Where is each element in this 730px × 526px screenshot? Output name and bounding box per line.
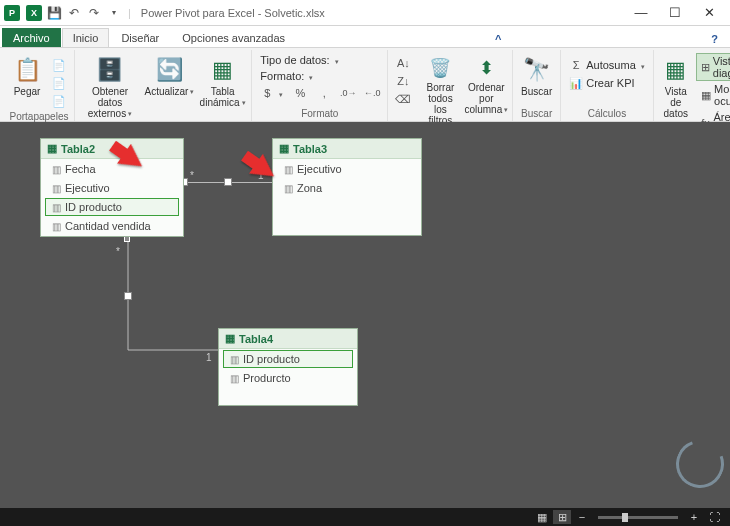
percent-button[interactable]: % bbox=[289, 84, 311, 102]
field-zona[interactable]: ▥Zona bbox=[277, 179, 417, 197]
field-ejecutivo[interactable]: ▥Ejecutivo bbox=[45, 179, 179, 197]
table-header-tabla4[interactable]: ▦Tabla4 bbox=[219, 329, 357, 349]
excel-icon[interactable]: X bbox=[26, 5, 42, 21]
rel-handle-2[interactable] bbox=[224, 178, 232, 186]
comma-button[interactable]: , bbox=[313, 84, 335, 102]
column-icon: ▥ bbox=[230, 373, 239, 384]
refresh-button[interactable]: 🔄 Actualizar bbox=[143, 52, 196, 100]
clear-sort-button[interactable]: ⌫ bbox=[392, 90, 414, 108]
field-producto[interactable]: ▥Produrcto bbox=[223, 369, 353, 387]
rel-label-one-2: 1 bbox=[206, 352, 212, 363]
paste-special-icon[interactable]: 📄 bbox=[48, 56, 70, 74]
field-id-producto-t4[interactable]: ▥ID producto bbox=[223, 350, 353, 368]
column-icon: ▥ bbox=[52, 221, 61, 232]
database-icon: 🗄️ bbox=[95, 55, 125, 85]
data-view-button[interactable]: ▦ Vista de datos bbox=[658, 52, 694, 122]
column-icon: ▥ bbox=[52, 183, 61, 194]
paste-button[interactable]: 📋 Pegar bbox=[8, 52, 46, 100]
refresh-icon: 🔄 bbox=[154, 55, 184, 85]
grid-icon: ▦ bbox=[661, 55, 691, 85]
paste-link-icon[interactable]: 📄 bbox=[48, 74, 70, 92]
get-data-button[interactable]: 🗄️ Obtener datos externos bbox=[79, 52, 141, 122]
title-separator: | bbox=[128, 7, 131, 19]
zoom-out-button[interactable]: − bbox=[573, 510, 591, 524]
clear-filter-icon: 🗑️ bbox=[427, 55, 453, 81]
group-clipboard: 📋 Pegar 📄 📄 📄 Portapapeles bbox=[4, 50, 75, 121]
tab-advanced[interactable]: Opciones avanzadas bbox=[171, 28, 296, 47]
column-icon: ▥ bbox=[230, 354, 239, 365]
table-node-tabla4[interactable]: ▦Tabla4 ▥ID producto ▥Produrcto bbox=[218, 328, 358, 406]
paste-icon: 📋 bbox=[12, 55, 42, 85]
sort-asc-button[interactable]: A↓ bbox=[392, 54, 414, 72]
table-icon: ▦ bbox=[47, 142, 57, 155]
ribbon-tabs: Archivo Inicio Diseñar Opciones avanzada… bbox=[0, 26, 730, 48]
sort-icon: ⬍ bbox=[473, 55, 499, 81]
binoculars-icon: 🔭 bbox=[522, 55, 552, 85]
close-button[interactable]: ✕ bbox=[692, 0, 726, 26]
tab-design[interactable]: Diseñar bbox=[110, 28, 170, 47]
field-cantidad-vendida[interactable]: ▥Cantidad vendida bbox=[45, 217, 179, 235]
watermark-logo bbox=[668, 432, 730, 496]
tab-home[interactable]: Inicio bbox=[62, 28, 110, 47]
tab-file[interactable]: Archivo bbox=[2, 28, 61, 47]
window-title: Power Pivot para Excel - Solvetic.xlsx bbox=[141, 7, 325, 19]
diagram-view-icon[interactable]: ⊞ bbox=[553, 510, 571, 524]
title-bar: P X 💾 ↶ ↷ ▾ | Power Pivot para Excel - S… bbox=[0, 0, 730, 26]
field-fecha[interactable]: ▥Fecha bbox=[45, 160, 179, 178]
status-bar: ▦ ⊞ − + ⛶ bbox=[0, 508, 730, 526]
diagram-view-button[interactable]: ⊞Vista de diagrama bbox=[696, 53, 730, 81]
save-icon[interactable]: 💾 bbox=[46, 5, 62, 21]
clear-filters-button[interactable]: 🗑️ Borrar todos los filtros bbox=[418, 52, 462, 129]
column-icon: ▥ bbox=[284, 183, 293, 194]
show-hidden-button[interactable]: ▦Mostrar oculto bbox=[696, 81, 730, 109]
decrease-decimal-button[interactable]: ←.0 bbox=[361, 84, 383, 102]
table-icon: ▦ bbox=[279, 142, 289, 155]
increase-decimal-button[interactable]: .0→ bbox=[337, 84, 359, 102]
zoom-slider[interactable] bbox=[598, 516, 678, 519]
rel-handle-3[interactable] bbox=[124, 292, 132, 300]
group-sort-filter: A↓ Z↓ ⌫ 🗑️ Borrar todos los filtros ⬍ Or… bbox=[388, 50, 513, 121]
undo-icon[interactable]: ↶ bbox=[66, 5, 82, 21]
group-find: 🔭 Buscar Buscar bbox=[513, 50, 561, 121]
find-button[interactable]: 🔭 Buscar bbox=[517, 52, 556, 100]
qat-dropdown-icon[interactable]: ▾ bbox=[106, 5, 122, 21]
rel-label-many: * bbox=[190, 170, 194, 181]
relationship-t2-t4[interactable] bbox=[110, 240, 230, 380]
sort-by-column-button[interactable]: ⬍ Ordenar por columna bbox=[465, 52, 509, 118]
format-dropdown[interactable]: Formato: bbox=[256, 68, 317, 84]
field-ejecutivo-t3[interactable]: ▥Ejecutivo bbox=[277, 160, 417, 178]
app-icon: P bbox=[4, 5, 20, 21]
datatype-dropdown[interactable]: Tipo de datos: bbox=[256, 52, 342, 68]
pivot-icon: ▦ bbox=[208, 55, 238, 85]
help-icon[interactable]: ? bbox=[707, 31, 722, 47]
rel-label-many-2: * bbox=[116, 246, 120, 257]
minimize-button[interactable]: — bbox=[624, 0, 658, 26]
group-view: ▦ Vista de datos ⊞Vista de diagrama ▦Mos… bbox=[654, 50, 730, 121]
ribbon: 📋 Pegar 📄 📄 📄 Portapapeles 🗄️ Obtener da… bbox=[0, 48, 730, 122]
table-node-tabla3[interactable]: ▦Tabla3 ▥Ejecutivo ▥Zona bbox=[272, 138, 422, 236]
column-icon: ▥ bbox=[284, 164, 293, 175]
group-external-data: 🗄️ Obtener datos externos 🔄 Actualizar ▦… bbox=[75, 50, 252, 121]
column-icon: ▥ bbox=[52, 164, 61, 175]
table-header-tabla3[interactable]: ▦Tabla3 bbox=[273, 139, 421, 159]
maximize-button[interactable]: ☐ bbox=[658, 0, 692, 26]
zoom-fit-button[interactable]: ⛶ bbox=[705, 510, 723, 524]
zoom-thumb[interactable] bbox=[622, 513, 628, 522]
autosum-button[interactable]: ΣAutosuma bbox=[565, 56, 649, 74]
sort-desc-button[interactable]: Z↓ bbox=[392, 72, 414, 90]
diagram-canvas[interactable]: * 1 * 1 ▦Tabla2 ▥Fecha ▥Ejecutivo ▥ID pr… bbox=[0, 122, 730, 508]
minimize-ribbon-icon[interactable]: ^ bbox=[491, 31, 505, 47]
create-kpi-button[interactable]: 📊Crear KPI bbox=[565, 74, 638, 92]
redo-icon[interactable]: ↷ bbox=[86, 5, 102, 21]
group-calculations: ΣAutosuma 📊Crear KPI Cálculos bbox=[561, 50, 654, 121]
copy-icon[interactable]: 📄 bbox=[48, 92, 70, 110]
group-format: Tipo de datos: Formato: $ % , .0→ ←.0 Fo… bbox=[252, 50, 388, 121]
pivot-table-button[interactable]: ▦ Tabla dinámica bbox=[198, 52, 247, 111]
field-id-producto[interactable]: ▥ID producto bbox=[45, 198, 179, 216]
column-icon: ▥ bbox=[52, 202, 61, 213]
data-view-icon[interactable]: ▦ bbox=[533, 510, 551, 524]
currency-button[interactable]: $ bbox=[256, 84, 287, 102]
zoom-in-button[interactable]: + bbox=[685, 510, 703, 524]
table-icon: ▦ bbox=[225, 332, 235, 345]
